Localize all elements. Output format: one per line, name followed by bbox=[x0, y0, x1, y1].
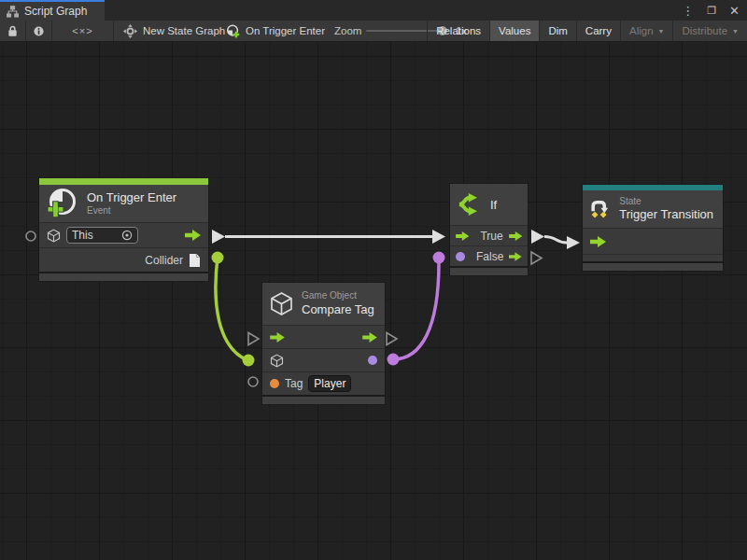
collider-doc-icon[interactable] bbox=[189, 253, 201, 268]
chevron-down-icon: ▼ bbox=[732, 28, 739, 35]
tag-port-label: Tag bbox=[285, 377, 303, 390]
node-subtitle: State bbox=[619, 196, 713, 208]
relations-toggle[interactable]: Relations bbox=[427, 21, 489, 41]
maximize-icon[interactable]: ❐ bbox=[707, 5, 716, 17]
state-transition-icon bbox=[589, 196, 612, 222]
tab-bar: Script Graph ⋮ ❐ ✕ bbox=[0, 0, 747, 21]
tab-label: Script Graph bbox=[24, 5, 87, 18]
game-object-cube-icon bbox=[47, 229, 61, 243]
carry-toggle[interactable]: Carry bbox=[576, 21, 620, 41]
lock-button[interactable] bbox=[0, 21, 26, 41]
node-accent-bar bbox=[39, 178, 208, 185]
flow-out-port[interactable] bbox=[185, 230, 201, 241]
zoom-label: Zoom bbox=[334, 21, 361, 41]
tag-value-field[interactable]: Player bbox=[308, 375, 351, 392]
game-object-port-icon[interactable] bbox=[270, 354, 284, 368]
tab-script-graph[interactable]: Script Graph bbox=[0, 0, 105, 21]
chevron-down-icon: ▼ bbox=[658, 28, 665, 35]
info-icon bbox=[34, 25, 44, 37]
flow-in-port[interactable] bbox=[590, 236, 606, 247]
flow-out-port-false[interactable] bbox=[509, 252, 522, 261]
graph-toolbar: <×> New State Graph On Trigger Enter bbox=[0, 21, 747, 42]
boolean-out-port[interactable] bbox=[368, 356, 377, 365]
true-port-label: True bbox=[480, 230, 502, 243]
dim-toggle[interactable]: Dim bbox=[539, 21, 575, 41]
node-footer bbox=[262, 397, 385, 404]
distribute-dropdown[interactable]: Distribute ▼ bbox=[672, 21, 747, 41]
node-if[interactable]: If True False bbox=[450, 184, 528, 275]
node-title: Trigger Transition bbox=[619, 207, 713, 222]
node-subtitle: Event bbox=[87, 205, 176, 217]
close-icon[interactable]: ✕ bbox=[729, 4, 740, 18]
inspect-button[interactable] bbox=[26, 21, 52, 41]
node-footer bbox=[583, 263, 723, 271]
string-in-port[interactable] bbox=[270, 379, 279, 388]
node-title: Compare Tag bbox=[302, 302, 374, 317]
graph-hierarchy-icon bbox=[7, 6, 19, 18]
this-target-field[interactable]: This bbox=[66, 227, 138, 244]
object-picker-icon[interactable] bbox=[121, 230, 133, 241]
lock-icon bbox=[7, 24, 18, 37]
values-toggle[interactable]: Values bbox=[489, 21, 539, 41]
node-subtitle: Game Object bbox=[302, 290, 374, 302]
node-trigger-transition[interactable]: State Trigger Transition bbox=[583, 185, 723, 271]
window-controls: ⋮ ❐ ✕ bbox=[682, 0, 740, 21]
preview-code-button[interactable]: <×> bbox=[52, 21, 114, 41]
flow-in-port[interactable] bbox=[270, 332, 285, 343]
event-icon bbox=[46, 187, 79, 220]
false-port-label: False bbox=[476, 250, 503, 263]
node-footer bbox=[450, 268, 528, 275]
new-state-graph-button[interactable]: New State Graph bbox=[123, 21, 225, 41]
align-dropdown[interactable]: Align ▼ bbox=[620, 21, 673, 41]
node-on-trigger-enter[interactable]: On Trigger Enter Event This bbox=[39, 178, 208, 281]
game-object-cube-icon bbox=[269, 291, 294, 316]
script-graph-window: Script Graph ⋮ ❐ ✕ bbox=[0, 0, 747, 560]
state-graph-icon bbox=[123, 24, 137, 38]
flow-in-port[interactable] bbox=[456, 231, 469, 241]
node-compare-tag[interactable]: Game Object Compare Tag bbox=[262, 283, 385, 404]
breadcrumb[interactable]: On Trigger Enter bbox=[226, 21, 325, 41]
branch-icon bbox=[457, 191, 483, 217]
node-title: On Trigger Enter bbox=[87, 190, 176, 205]
node-title: If bbox=[490, 198, 497, 212]
condition-in-port[interactable] bbox=[456, 252, 465, 261]
event-icon bbox=[226, 24, 240, 38]
flow-out-port-true[interactable] bbox=[509, 231, 522, 241]
collider-port-label: Collider bbox=[145, 254, 183, 267]
node-footer bbox=[39, 273, 208, 281]
flow-out-port[interactable] bbox=[362, 332, 377, 343]
menu-icon[interactable]: ⋮ bbox=[682, 4, 694, 18]
